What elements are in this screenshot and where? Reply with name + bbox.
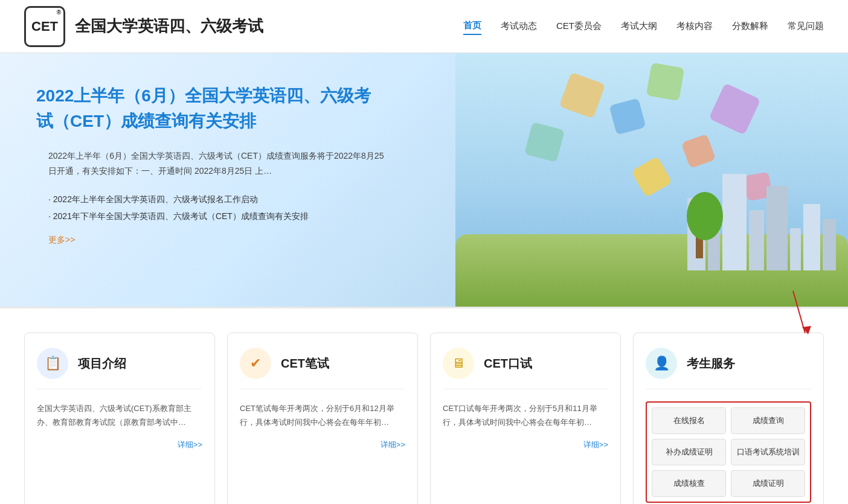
nav-item-考试大纲[interactable]: 考试大纲	[621, 18, 657, 34]
hero-more-link[interactable]: 更多>>	[36, 235, 75, 244]
card-title-bs: CET笔试	[281, 356, 329, 372]
building-8	[823, 219, 836, 270]
service-btn-cjhc[interactable]: 成绩核查	[652, 470, 726, 497]
card-header-xmjj: 📋 项目介绍	[37, 348, 202, 389]
hero-news-item[interactable]: 2021年下半年全国大学英语四、六级考试（CET）成绩查询有关安排	[36, 208, 387, 225]
building-6	[790, 228, 801, 270]
cards-section: 📋 项目介绍 全国大学英语四、六级考试(CET)系教育部主办、教育部教育考试院（…	[0, 307, 848, 504]
card-body-xmjj: 全国大学英语四、六级考试(CET)系教育部主办、教育部教育考试院（原教育部考试中…	[37, 401, 202, 430]
card-bs: ✔ CET笔试 CET笔试每年开考两次，分别于6月和12月举行，具体考试时间我中…	[227, 333, 418, 504]
nav-item-常见问题[interactable]: 常见问题	[788, 18, 824, 34]
building-3	[722, 174, 747, 270]
nav-item-首页[interactable]: 首页	[463, 18, 481, 35]
service-btn-bbcjzm[interactable]: 补办成绩证明	[652, 439, 726, 465]
building-4	[749, 210, 764, 270]
site-title: 全国大学英语四、六级考试	[75, 16, 263, 37]
cet-logo: CET	[24, 6, 65, 47]
person-icon: 👤	[654, 356, 670, 371]
card-ks: 🖥 CET口试 CET口试每年开考两次，分别于5月和11月举行，具体考试时间我中…	[430, 333, 621, 504]
building-7	[803, 204, 820, 270]
project-icon: 📋	[45, 356, 61, 371]
hero-title: 2022上半年（6月）全国大学英语四、六级考试（CET）成绩查询有关安排	[36, 83, 387, 134]
card-link-ks[interactable]: 详细>>	[443, 439, 608, 450]
hero-illustration	[455, 53, 848, 307]
card-link-bs[interactable]: 详细>>	[240, 439, 405, 450]
card-link-xmjj[interactable]: 详细>>	[37, 439, 202, 450]
card-body-ks: CET口试每年开考两次，分别于5月和11月举行，具体考试时间我中心将会在每年年初…	[443, 401, 608, 430]
card-icon-ksfw: 👤	[646, 348, 677, 379]
service-btn-zxbm[interactable]: 在线报名	[652, 407, 726, 434]
card-header-ks: 🖥 CET口试	[443, 348, 608, 389]
hero-news-list: 2022年上半年全国大学英语四、六级考试报名工作启动2021年下半年全国大学英语…	[36, 191, 387, 225]
hero-section: 2022上半年（6月）全国大学英语四、六级考试（CET）成绩查询有关安排 202…	[0, 53, 848, 307]
nav-item-考核内容[interactable]: 考核内容	[676, 18, 713, 34]
tree	[696, 234, 703, 258]
nav-item-分数解释[interactable]: 分数解释	[732, 18, 768, 34]
service-btn-kykspx[interactable]: 口语考试系统培训	[731, 439, 805, 465]
deco-box-3	[646, 63, 685, 101]
hero-description: 2022年上半年（6月）全国大学英语四、六级考试（CET）成绩查询服务将于202…	[36, 148, 387, 179]
card-header-bs: ✔ CET笔试	[240, 348, 405, 389]
logo-text: CET	[31, 19, 58, 34]
building-5	[766, 186, 788, 270]
card-icon-bs: ✔	[240, 348, 271, 379]
card-header-ksfw: 👤 考生服务	[646, 348, 811, 389]
card-xmjj: 📋 项目介绍 全国大学英语四、六级考试(CET)系教育部主办、教育部教育考试院（…	[24, 333, 215, 504]
site-header: CET 全国大学英语四、六级考试 首页考试动态CET委员会考试大纲考核内容分数解…	[0, 0, 848, 53]
card-title-ksfw: 考生服务	[687, 356, 735, 372]
service-btn-cjcx[interactable]: 成绩查询	[731, 407, 805, 434]
card-title-ks: CET口试	[484, 356, 532, 372]
logo-area: CET 全国大学英语四、六级考试	[24, 6, 263, 47]
card-icon-ks: 🖥	[443, 348, 474, 379]
card-body-bs: CET笔试每年开考两次，分别于6月和12月举行，具体考试时间我中心将会在每年年初…	[240, 401, 405, 430]
check-icon: ✔	[250, 356, 261, 371]
red-arrow-annotation	[769, 285, 817, 342]
service-btn-cjzm[interactable]: 成绩证明	[731, 470, 805, 497]
hero-news-item[interactable]: 2022年上半年全国大学英语四、六级考试报名工作启动	[36, 191, 387, 208]
svg-line-0	[793, 291, 805, 333]
nav-item-考试动态[interactable]: 考试动态	[501, 18, 537, 34]
screen-icon: 🖥	[452, 356, 465, 371]
tree-top	[687, 192, 723, 240]
nav-item-CET委员会[interactable]: CET委员会	[556, 18, 602, 34]
card-ksfw: 👤 考生服务 在线报名 成绩查询 补办成绩证明 口语考试系统培训 成绩核查 成绩…	[633, 333, 824, 504]
svg-marker-1	[802, 326, 811, 334]
card-icon-xmjj: 📋	[37, 348, 68, 379]
hero-content: 2022上半年（6月）全国大学英语四、六级考试（CET）成绩查询有关安排 202…	[0, 53, 423, 307]
service-buttons-grid: 在线报名 成绩查询 补办成绩证明 口语考试系统培训 成绩核查 成绩证明	[646, 401, 811, 503]
main-nav: 首页考试动态CET委员会考试大纲考核内容分数解释常见问题	[463, 18, 824, 35]
card-title-xmjj: 项目介绍	[78, 356, 126, 372]
